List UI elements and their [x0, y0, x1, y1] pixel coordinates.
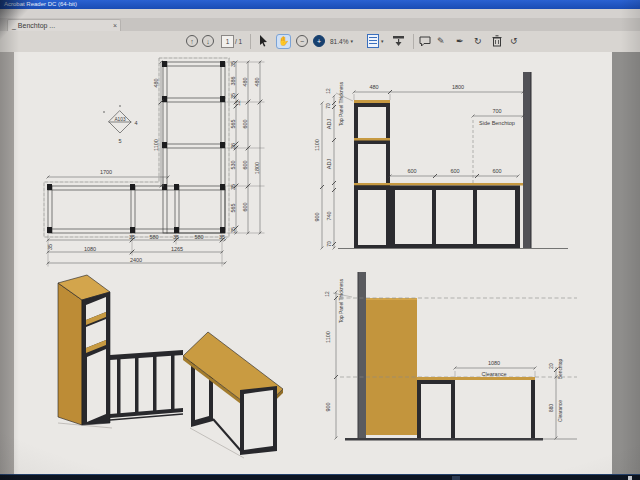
- svg-text:35: 35: [230, 61, 236, 67]
- arrow-up-icon: ↑: [186, 35, 198, 47]
- svg-text:ADJ: ADJ: [326, 159, 332, 170]
- svg-text:35: 35: [230, 184, 236, 190]
- svg-text:20: 20: [549, 363, 554, 369]
- pencil-icon: ✎: [437, 36, 445, 46]
- taskbar-tray-icon[interactable]: [628, 476, 632, 480]
- svg-text:35: 35: [230, 93, 236, 99]
- chevron-down-icon: ▾: [381, 38, 384, 44]
- svg-text:35: 35: [129, 234, 135, 240]
- svg-text:12: 12: [325, 291, 330, 297]
- svg-text:12: 12: [236, 100, 241, 106]
- window-title: Acrobat Reader DC (64-bit): [4, 1, 77, 7]
- svg-text:480: 480: [242, 77, 248, 86]
- svg-text:4: 4: [134, 120, 137, 126]
- svg-text:Clearance: Clearance: [481, 371, 506, 377]
- zoom-in-button[interactable]: +: [313, 34, 325, 48]
- svg-text:35: 35: [173, 234, 179, 240]
- svg-text:600: 600: [492, 168, 501, 174]
- svg-text:480: 480: [153, 78, 159, 87]
- svg-text:35: 35: [219, 234, 225, 240]
- svg-text:Top Panel Thickness: Top Panel Thickness: [339, 81, 344, 126]
- page-number-input[interactable]: 1: [221, 34, 234, 48]
- wall-post: [358, 272, 366, 440]
- trash-icon: [492, 35, 502, 47]
- viewer-background: [612, 52, 640, 474]
- rotate-tool-button[interactable]: ↻: [474, 34, 482, 48]
- select-tool-button[interactable]: [259, 34, 268, 48]
- svg-text:580: 580: [149, 234, 158, 240]
- document-tab[interactable]: _ Benchtop ... ×: [7, 19, 121, 31]
- cursor-arrow-icon: [259, 35, 268, 47]
- window-titlebar: Acrobat Reader DC (64-bit): [0, 0, 640, 9]
- svg-text:Clearance: Clearance: [558, 400, 563, 422]
- svg-text:880: 880: [549, 404, 554, 412]
- zoom-level-dropdown[interactable]: 81.4%▾: [330, 34, 353, 48]
- svg-text:740: 740: [326, 211, 332, 220]
- windows-taskbar[interactable]: [0, 474, 640, 480]
- svg-text:Benchtop: Benchtop: [558, 359, 563, 380]
- signature-pen-icon: ✒: [456, 36, 464, 46]
- hand-tool-button[interactable]: ✋: [276, 34, 291, 48]
- chevron-down-icon: ▾: [350, 38, 353, 44]
- svg-text:700: 700: [492, 108, 501, 114]
- hand-icon: ✋: [276, 34, 291, 49]
- svg-text:600: 600: [242, 119, 248, 128]
- svg-text:1265: 1265: [171, 246, 183, 252]
- delete-tool-button[interactable]: [492, 34, 502, 48]
- pencil-tool-button[interactable]: ✎: [437, 34, 445, 48]
- svg-text:35: 35: [230, 227, 236, 233]
- svg-text:480: 480: [254, 77, 260, 86]
- fit-screen-icon: [392, 35, 405, 47]
- svg-text:2400: 2400: [130, 257, 142, 263]
- comment-tool-button[interactable]: [419, 34, 431, 48]
- svg-text:Side Benchtop: Side Benchtop: [479, 120, 515, 126]
- previous-page-button[interactable]: ↑: [186, 34, 198, 48]
- svg-text:1100: 1100: [153, 139, 159, 151]
- svg-text:1800: 1800: [452, 84, 464, 90]
- page-count-label: / 1: [235, 34, 242, 48]
- next-page-button[interactable]: ↓: [202, 34, 214, 48]
- svg-text:386: 386: [230, 76, 236, 85]
- svg-text:1080: 1080: [84, 246, 96, 252]
- svg-text:600: 600: [242, 202, 248, 211]
- svg-text:1080: 1080: [488, 360, 500, 366]
- svg-text:70: 70: [326, 103, 331, 109]
- svg-text:Top Panel Thickness: Top Panel Thickness: [339, 278, 344, 323]
- svg-text:1700: 1700: [100, 169, 112, 175]
- page-display-icon: [367, 34, 379, 48]
- svg-text:70: 70: [327, 241, 332, 247]
- zoom-out-button[interactable]: −: [296, 34, 308, 48]
- svg-text:5: 5: [118, 138, 121, 144]
- zoom-level-value: 81.4%: [330, 38, 348, 45]
- svg-text:35: 35: [47, 244, 53, 250]
- svg-text:480: 480: [369, 84, 378, 90]
- wall-post: [523, 72, 531, 248]
- main-toolbar: ↑ ↓ 1 / 1 ✋ − + 81.4%▾ ▾ ✎ ✒ ↻ ↺: [0, 31, 640, 53]
- svg-text:36: 36: [230, 143, 236, 149]
- undo-button[interactable]: ↺: [510, 34, 518, 48]
- svg-text:600: 600: [407, 168, 416, 174]
- comment-bubble-icon: [419, 36, 431, 47]
- tab-bar: _ Benchtop ... ×: [0, 18, 640, 31]
- page-number-value: 1: [221, 35, 234, 48]
- svg-text:900: 900: [314, 212, 320, 221]
- toolbar-separator: [413, 34, 414, 49]
- page-display-dropdown[interactable]: ▾: [367, 34, 384, 48]
- svg-text:600: 600: [242, 160, 248, 169]
- rotate-icon: ↻: [474, 36, 482, 46]
- toolbar-separator: [250, 34, 251, 49]
- svg-text:565: 565: [230, 203, 236, 212]
- minus-icon: −: [296, 35, 308, 47]
- svg-text:ADJ: ADJ: [326, 119, 332, 130]
- svg-text:900: 900: [325, 402, 331, 411]
- svg-text:600: 600: [450, 168, 459, 174]
- document-area: A103 4 5 1700 480 1100 35 386 35 12 565 …: [0, 52, 640, 474]
- taskbar-app-icon[interactable]: [452, 476, 460, 480]
- pdf-page-canvas: A103 4 5 1700 480 1100 35 386 35 12 565 …: [0, 52, 640, 474]
- arrow-down-icon: ↓: [202, 35, 214, 47]
- svg-text:1800: 1800: [254, 162, 260, 174]
- svg-text:565: 565: [230, 119, 236, 128]
- fit-width-button[interactable]: [392, 34, 405, 48]
- sign-tool-button[interactable]: ✒: [456, 34, 464, 48]
- undo-arc-icon: ↺: [510, 36, 518, 46]
